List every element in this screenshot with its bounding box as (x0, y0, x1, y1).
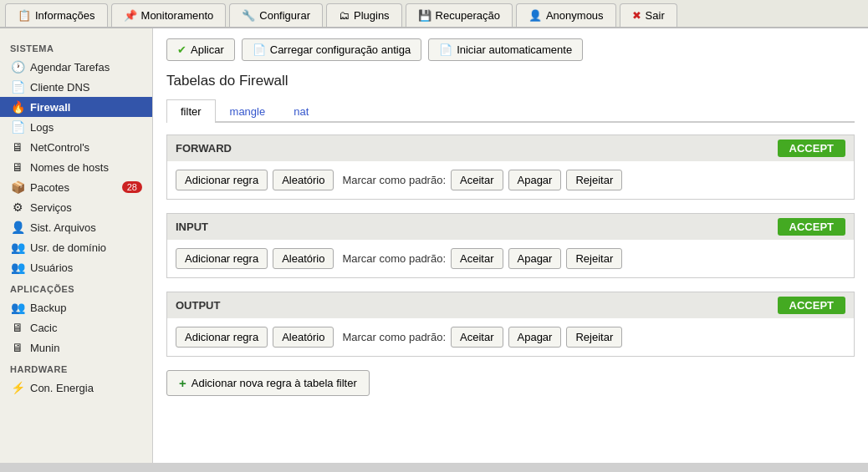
anonymous-icon: 👤 (528, 9, 542, 22)
sidebar-section-aplicacoes: APLICAÇÕES (0, 277, 152, 297)
forward-marcar-label: Marcar como padrão: (342, 174, 446, 186)
sidebar-label-nomes-hosts: Nomes de hosts (30, 161, 109, 174)
sidebar-item-munin[interactable]: 🖥 Munin (0, 338, 152, 358)
tab-mangle[interactable]: mangle (216, 99, 280, 123)
backup-icon: 👥 (10, 301, 25, 314)
sidebar: SISTEMA 🕐 Agendar Tarefas 📄 Cliente DNS … (0, 28, 153, 463)
usuarios-icon: 👥 (10, 261, 25, 274)
sidebar-label-usr-dominio: Usr. de domínio (30, 241, 106, 254)
sidebar-item-servicos[interactable]: ⚙ Serviços (0, 197, 152, 217)
plus-icon: + (179, 376, 186, 390)
sidebar-label-firewall: Firewall (30, 101, 70, 114)
plugins-icon: 🗂 (339, 9, 350, 22)
sidebar-item-firewall[interactable]: 🔥 Firewall (0, 97, 152, 117)
sidebar-label-cacic: Cacic (30, 322, 58, 334)
aplicar-icon: ✔ (177, 43, 186, 56)
recuperacao-icon: 💾 (418, 9, 431, 22)
sidebar-item-usr-dominio[interactable]: 👥 Usr. de domínio (0, 237, 152, 257)
sidebar-item-nomes-hosts[interactable]: 🖥 Nomes de hosts (0, 157, 152, 177)
munin-icon: 🖥 (10, 341, 25, 354)
sidebar-item-logs[interactable]: 📄 Logs (0, 117, 152, 137)
chain-input-name: INPUT (176, 221, 208, 233)
output-apagar-btn[interactable]: Apagar (508, 327, 562, 348)
input-rejeitar-btn[interactable]: Rejeitar (566, 248, 622, 269)
chain-forward-policy[interactable]: ACCEPT (778, 140, 845, 157)
output-add-rule-btn[interactable]: Adicionar regra (176, 327, 268, 348)
sidebar-item-netcontrols[interactable]: 🖥 NetControl's (0, 137, 152, 157)
chain-output-policy[interactable]: ACCEPT (778, 297, 845, 314)
tab-anonymous-label: Anonymous (546, 9, 604, 22)
pacotes-icon: 📦 (10, 180, 25, 194)
page-title: Tabelas do Firewall (166, 73, 855, 89)
chain-output: OUTPUT ACCEPT Adicionar regra Aleatório … (166, 292, 855, 357)
chain-forward: FORWARD ACCEPT Adicionar regra Aleatório… (166, 134, 855, 200)
netcontrols-icon: 🖥 (10, 140, 25, 154)
tab-recuperacao[interactable]: 💾 Recuperação (406, 3, 513, 27)
chain-input-actions: Adicionar regra Aleatório Marcar como pa… (167, 240, 854, 277)
forward-aleatorio-btn[interactable]: Aleatório (273, 170, 334, 190)
tab-informacoes[interactable]: 📋 Informações (5, 3, 108, 27)
tab-plugins[interactable]: 🗂 Plugins (326, 3, 402, 27)
output-aleatorio-btn[interactable]: Aleatório (273, 327, 334, 348)
tab-recuperacao-label: Recuperação (436, 9, 500, 22)
chain-output-name: OUTPUT (176, 299, 220, 312)
tab-filter[interactable]: filter (166, 99, 216, 123)
input-apagar-btn[interactable]: Apagar (508, 248, 562, 269)
configurar-icon: 🔧 (242, 9, 255, 22)
sidebar-section-hardware: HARDWARE (0, 358, 152, 378)
iniciar-button[interactable]: 📄 Iniciar automaticamente (428, 38, 583, 61)
informacoes-icon: 📋 (18, 9, 31, 22)
content-area: ✔ Aplicar 📄 Carregar configuração antiga… (153, 28, 868, 463)
pacotes-badge: 28 (122, 181, 142, 193)
sidebar-item-agendar[interactable]: 🕐 Agendar Tarefas (0, 57, 152, 77)
iniciar-label: Iniciar automaticamente (457, 43, 572, 56)
output-rejeitar-btn[interactable]: Rejeitar (566, 327, 622, 348)
aplicar-button[interactable]: ✔ Aplicar (166, 38, 235, 61)
tab-nat[interactable]: nat (279, 99, 323, 123)
forward-apagar-btn[interactable]: Apagar (508, 170, 562, 190)
tab-nat-label: nat (294, 105, 309, 118)
sair-icon: ✖ (632, 9, 641, 22)
tab-anonymous[interactable]: 👤 Anonymous (516, 3, 616, 27)
sidebar-label-backup: Backup (30, 302, 66, 314)
sidebar-item-usuarios[interactable]: 👥 Usuários (0, 257, 152, 277)
input-add-rule-btn[interactable]: Adicionar regra (176, 248, 268, 269)
sidebar-label-usuarios: Usuários (30, 261, 73, 274)
output-marcar-label: Marcar como padrão: (342, 331, 446, 343)
tab-configurar[interactable]: 🔧 Configurar (229, 3, 323, 27)
cliente-dns-icon: 📄 (10, 80, 25, 94)
sidebar-label-servicos: Serviços (30, 201, 72, 214)
chain-input-policy[interactable]: ACCEPT (778, 218, 845, 236)
forward-rejeitar-btn[interactable]: Rejeitar (566, 170, 622, 190)
add-filter-rule-button[interactable]: + Adicionar nova regra à tabela filter (166, 370, 370, 396)
forward-aceitar-btn[interactable]: Aceitar (451, 170, 503, 190)
usr-dominio-icon: 👥 (10, 241, 25, 254)
sidebar-item-cacic[interactable]: 🖥 Cacic (0, 317, 152, 338)
forward-add-rule-btn[interactable]: Adicionar regra (176, 170, 268, 190)
tab-sair[interactable]: ✖ Sair (620, 3, 677, 27)
sidebar-label-agendar: Agendar Tarefas (30, 61, 110, 74)
sidebar-item-backup[interactable]: 👥 Backup (0, 297, 152, 317)
cacic-icon: 🖥 (10, 321, 25, 334)
sidebar-item-cliente-dns[interactable]: 📄 Cliente DNS (0, 77, 152, 97)
sidebar-label-sist-arquivos: Sist. Arquivos (30, 221, 96, 234)
sidebar-item-pacotes[interactable]: 📦 Pacotes 28 (0, 177, 152, 197)
sidebar-item-sist-arquivos[interactable]: 👤 Sist. Arquivos (0, 217, 152, 237)
tab-monitoramento[interactable]: 📌 Monitoramento (111, 3, 227, 27)
input-marcar-label: Marcar como padrão: (342, 252, 446, 265)
chain-input: INPUT ACCEPT Adicionar regra Aleatório M… (166, 213, 855, 278)
sidebar-item-con-energia[interactable]: ⚡ Con. Energia (0, 378, 152, 398)
sidebar-label-netcontrols: NetControl's (30, 141, 89, 154)
toolbar: ✔ Aplicar 📄 Carregar configuração antiga… (166, 38, 855, 61)
sidebar-label-munin: Munin (30, 342, 59, 354)
carregar-button[interactable]: 📄 Carregar configuração antiga (242, 38, 421, 61)
carregar-label: Carregar configuração antiga (270, 43, 411, 56)
tab-plugins-label: Plugins (354, 9, 390, 22)
tab-configurar-label: Configurar (259, 9, 310, 22)
tab-informacoes-label: Informações (35, 9, 95, 22)
chain-output-header: OUTPUT ACCEPT (167, 292, 854, 318)
output-aceitar-btn[interactable]: Aceitar (451, 327, 503, 348)
filter-tabs: filter mangle nat (166, 99, 855, 123)
input-aceitar-btn[interactable]: Aceitar (451, 248, 503, 269)
input-aleatorio-btn[interactable]: Aleatório (273, 248, 334, 269)
